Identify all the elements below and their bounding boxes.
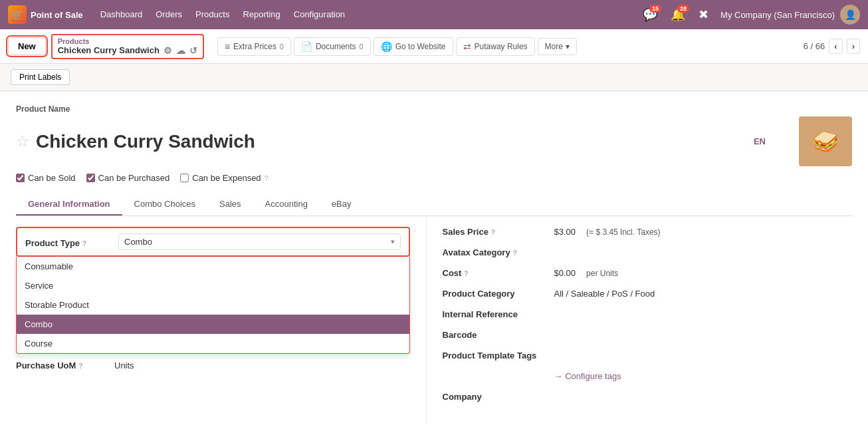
template-tags-field: Product Template Tags	[443, 351, 837, 361]
documents-button[interactable]: 📄 Documents 0	[294, 37, 371, 56]
dropdown-consumable[interactable]: Consumable	[17, 257, 409, 276]
pagination: 6 / 66 ‹ ›	[804, 39, 860, 54]
go-to-website-label: Go to Website	[395, 42, 446, 51]
barcode-field: Barcode	[443, 330, 837, 340]
dropdown-course[interactable]: Course	[17, 334, 409, 353]
can-be-purchased-input[interactable]	[86, 174, 95, 182]
documents-label: Documents	[316, 42, 356, 51]
product-category-label: Product Category	[443, 289, 549, 299]
new-button[interactable]: New	[8, 37, 46, 55]
checkboxes-row: Can be Sold Can be Purchased Can be Expe…	[16, 173, 852, 183]
template-tags-label: Product Template Tags	[443, 351, 549, 361]
pagination-text: 6 / 66	[804, 41, 825, 51]
activity-badge: 28	[677, 5, 689, 13]
nav-products[interactable]: Products	[189, 0, 236, 29]
company-label: Company	[443, 392, 549, 402]
dropdown-service[interactable]: Service	[17, 276, 409, 295]
can-be-expensed-checkbox[interactable]: Can be Expensed ?	[180, 173, 268, 183]
dropdown-arrow-icon: ▾	[391, 237, 395, 246]
purchase-uom-value: Units	[114, 357, 410, 370]
internal-reference-label: Internal Reference	[443, 309, 549, 319]
go-to-website-button[interactable]: 🌐 Go to Website	[374, 37, 453, 56]
activity-button[interactable]: 🔔 28	[667, 5, 689, 25]
nav-configuration[interactable]: Configuration	[287, 0, 352, 29]
product-type-inner: Product Type ? Combo ▾	[25, 233, 401, 250]
nav-orders[interactable]: Orders	[149, 0, 189, 29]
breadcrumb-current-row: Chicken Curry Sandwich ⚙ ☁ ↺	[58, 45, 197, 56]
cost-value: $0.00	[554, 268, 576, 278]
product-name-label: Product Name	[16, 104, 852, 114]
expensed-help-icon: ?	[265, 174, 269, 182]
breadcrumb-parent[interactable]: Products	[58, 37, 197, 45]
avatax-help-icon[interactable]: ?	[512, 249, 517, 257]
can-be-expensed-input[interactable]	[180, 174, 189, 182]
product-type-value: Combo	[124, 237, 152, 247]
tab-general-information[interactable]: General Information	[16, 194, 122, 216]
upload-icon[interactable]: ☁	[176, 45, 185, 56]
avatar[interactable]: 👤	[840, 5, 860, 25]
putaway-rules-button[interactable]: ⇄ Putaway Rules	[456, 37, 535, 56]
more-button[interactable]: More ▾	[538, 38, 577, 55]
extra-prices-label: Extra Prices	[233, 42, 276, 51]
can-be-purchased-checkbox[interactable]: Can be Purchased	[86, 173, 170, 183]
cost-unit: per Units	[586, 269, 618, 278]
can-be-purchased-label: Can be Purchased	[98, 173, 170, 183]
company-name: My Company (San Francisco)	[720, 10, 835, 20]
settings-icon[interactable]: ⚙	[163, 45, 172, 56]
app-logo: 🛒	[8, 5, 27, 24]
tab-combo-choices[interactable]: Combo Choices	[122, 194, 208, 216]
extra-prices-count: 0	[280, 43, 284, 51]
top-navigation: 🛒 Point of Sale Dashboard Orders Product…	[0, 0, 868, 29]
chat-button[interactable]: 💬 15	[639, 5, 661, 25]
refresh-icon[interactable]: ↺	[189, 45, 197, 56]
right-panel: Sales Price ? $3.00 (= $ 3.45 Incl. Taxe…	[426, 216, 853, 423]
nav-dashboard[interactable]: Dashboard	[94, 0, 150, 29]
purchase-uom-row: Purchase UoM ? Units	[16, 357, 410, 370]
purchase-uom-help-icon[interactable]: ?	[78, 362, 83, 370]
putaway-icon: ⇄	[463, 41, 471, 52]
product-title-row: ☆ Chicken Curry Sandwich EN 🥪	[16, 116, 852, 166]
next-page-button[interactable]: ›	[847, 39, 860, 54]
chat-badge: 15	[649, 5, 661, 13]
sales-price-label: Sales Price ?	[443, 227, 549, 237]
website-icon: 🌐	[381, 41, 392, 52]
favorite-star-icon[interactable]: ☆	[16, 133, 29, 150]
tab-accounting[interactable]: Accounting	[253, 194, 320, 216]
print-labels-button[interactable]: Print Labels	[11, 69, 70, 85]
app-icon[interactable]: 🛒 Point of Sale	[8, 5, 83, 24]
cost-field: Cost ? $0.00 per Units	[443, 268, 837, 278]
can-be-sold-checkbox[interactable]: Can be Sold	[16, 173, 76, 183]
language-badge[interactable]: EN	[754, 136, 766, 146]
avatax-field: Avatax Category ?	[443, 247, 837, 257]
settings-button[interactable]: ✖	[695, 5, 712, 25]
product-type-help-icon[interactable]: ?	[82, 239, 87, 247]
product-type-container: Product Type ? Combo ▾ Consumable Servic…	[16, 227, 410, 257]
avatax-label: Avatax Category ?	[443, 247, 549, 257]
tab-ebay[interactable]: eBay	[320, 194, 364, 216]
company-field: Company	[443, 392, 837, 402]
extra-prices-button[interactable]: ≡ Extra Prices 0	[217, 37, 291, 56]
prev-page-button[interactable]: ‹	[829, 39, 842, 54]
can-be-expensed-label: Can be Expensed	[192, 173, 261, 183]
dropdown-combo[interactable]: Combo	[17, 315, 409, 334]
can-be-sold-input[interactable]	[16, 174, 25, 182]
cost-help-icon[interactable]: ?	[464, 269, 469, 277]
configure-tags-link[interactable]: Configure tags	[554, 371, 621, 381]
dropdown-storable-product[interactable]: Storable Product	[17, 295, 409, 315]
tabs-row: General Information Combo Choices Sales …	[16, 194, 852, 216]
can-be-sold-label: Can be Sold	[28, 173, 76, 183]
nav-reporting[interactable]: Reporting	[236, 0, 286, 29]
nav-right: 💬 15 🔔 28 ✖ My Company (San Francisco) 👤	[639, 5, 860, 25]
sales-price-help-icon[interactable]: ?	[491, 228, 496, 236]
content-area: Product Type ? Combo ▾ Consumable Servic…	[16, 216, 852, 423]
product-type-select[interactable]: Combo ▾	[118, 233, 401, 250]
internal-reference-field: Internal Reference	[443, 309, 837, 319]
documents-icon: 📄	[301, 41, 312, 52]
action-bar: New Products Chicken Curry Sandwich ⚙ ☁ …	[0, 29, 868, 64]
product-type-dropdown: Consumable Service Storable Product Comb…	[16, 257, 410, 354]
sales-price-incl: (= $ 3.45 Incl. Taxes)	[586, 227, 661, 237]
breadcrumb: Products Chicken Curry Sandwich ⚙ ☁ ↺	[51, 34, 204, 59]
print-bar: Print Labels	[0, 64, 868, 91]
purchase-uom-label: Purchase UoM ?	[16, 357, 109, 370]
tab-sales[interactable]: Sales	[207, 194, 253, 216]
